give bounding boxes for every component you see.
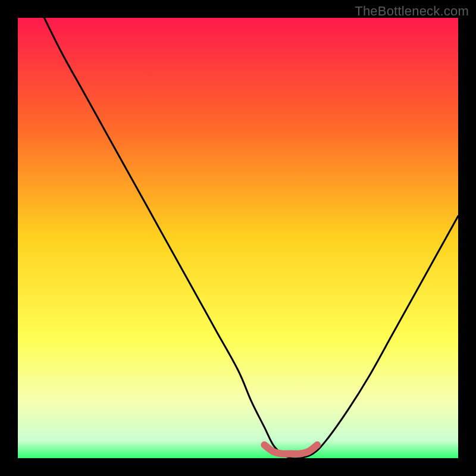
bottleneck-chart [0, 0, 476, 476]
chart-frame: TheBottleneck.com [0, 0, 476, 476]
watermark-text: TheBottleneck.com [355, 4, 469, 19]
plot-background [18, 18, 458, 458]
